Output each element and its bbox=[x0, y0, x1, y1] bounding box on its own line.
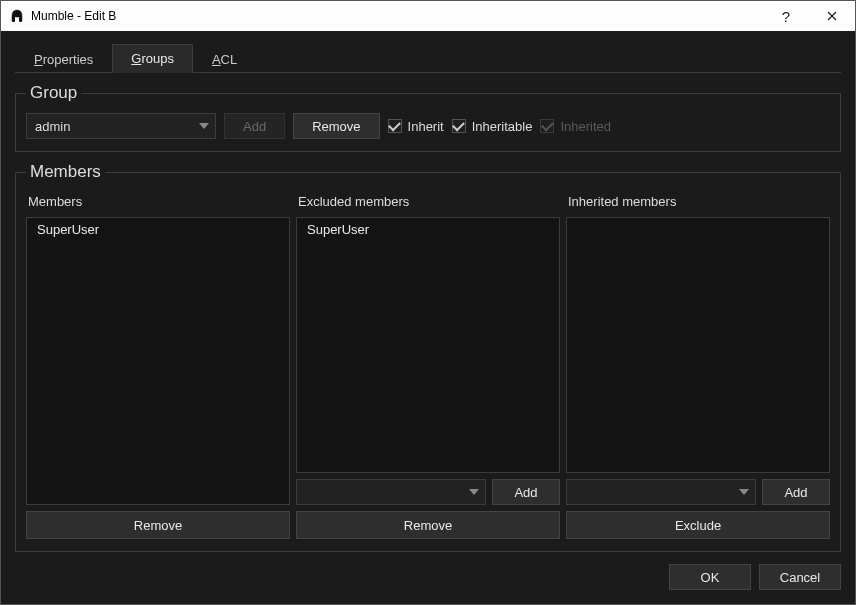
inherit-label: Inherit bbox=[408, 119, 444, 134]
excluded-col-header: Excluded members bbox=[296, 192, 560, 211]
inheritable-label: Inheritable bbox=[472, 119, 533, 134]
svg-rect-0 bbox=[12, 17, 15, 22]
dialog-footer: OK Cancel bbox=[15, 552, 841, 590]
group-remove-button[interactable]: Remove bbox=[293, 113, 379, 139]
inherit-checkbox[interactable]: Inherit bbox=[388, 119, 444, 134]
inherited-label: Inherited bbox=[560, 119, 611, 134]
group-legend: Group bbox=[26, 83, 81, 103]
group-select-value: admin bbox=[35, 119, 70, 134]
inheritable-checkbox[interactable]: Inheritable bbox=[452, 119, 533, 134]
list-item[interactable]: SuperUser bbox=[27, 218, 289, 241]
title-bar: Mumble - Edit B ? bbox=[1, 1, 855, 31]
inherited-checkbox: Inherited bbox=[540, 119, 611, 134]
tab-acl[interactable]: ACL bbox=[193, 45, 256, 73]
tab-groups[interactable]: Groups bbox=[112, 44, 193, 73]
ok-button[interactable]: OK bbox=[669, 564, 751, 590]
tab-label: G bbox=[131, 51, 141, 66]
checkbox-icon bbox=[388, 119, 402, 133]
excluded-add-button[interactable]: Add bbox=[762, 479, 830, 505]
tab-label: P bbox=[34, 52, 43, 67]
members-remove-button[interactable]: Remove bbox=[26, 511, 290, 539]
window-title: Mumble - Edit B bbox=[31, 9, 116, 23]
inherited-col-header: Inherited members bbox=[566, 192, 830, 211]
excluded-remove-button[interactable]: Remove bbox=[296, 511, 560, 539]
members-add-input[interactable] bbox=[296, 479, 486, 505]
tab-label: A bbox=[212, 52, 221, 67]
close-button[interactable] bbox=[809, 1, 855, 31]
chevron-down-icon bbox=[199, 123, 209, 129]
group-section: Group admin Add Remove Inherit Inheritab… bbox=[15, 83, 841, 152]
members-add-button[interactable]: Add bbox=[492, 479, 560, 505]
cancel-button[interactable]: Cancel bbox=[759, 564, 841, 590]
svg-rect-1 bbox=[19, 17, 22, 22]
tab-bar: Properties Groups ACL bbox=[15, 41, 841, 73]
tab-properties[interactable]: Properties bbox=[15, 45, 112, 73]
excluded-listbox[interactable] bbox=[566, 217, 830, 473]
inherited-listbox[interactable]: SuperUser bbox=[26, 217, 290, 505]
group-add-button[interactable]: Add bbox=[224, 113, 285, 139]
app-icon bbox=[9, 8, 25, 24]
members-listbox[interactable]: SuperUser bbox=[296, 217, 560, 473]
chevron-down-icon bbox=[469, 489, 479, 495]
inherited-exclude-button[interactable]: Exclude bbox=[566, 511, 830, 539]
excluded-add-input[interactable] bbox=[566, 479, 756, 505]
members-legend: Members bbox=[26, 162, 105, 182]
members-section: Members Members Excluded members Inherit… bbox=[15, 162, 841, 552]
checkbox-icon bbox=[540, 119, 554, 133]
help-button[interactable]: ? bbox=[763, 1, 809, 31]
list-item[interactable]: SuperUser bbox=[297, 218, 559, 241]
group-select[interactable]: admin bbox=[26, 113, 216, 139]
members-col-header: Members bbox=[26, 192, 290, 211]
chevron-down-icon bbox=[739, 489, 749, 495]
checkbox-icon bbox=[452, 119, 466, 133]
